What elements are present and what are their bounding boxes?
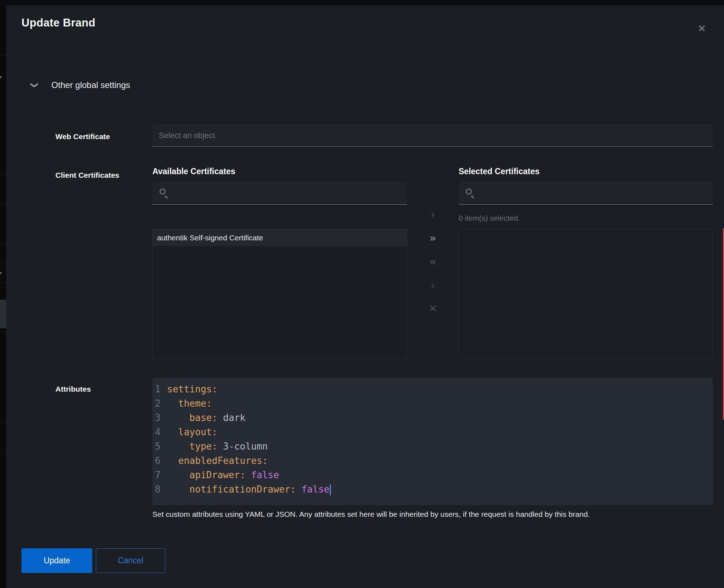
selected-count-status: 0 item(s) selected. — [459, 214, 520, 222]
row-divider — [0, 331, 6, 332]
code-line: 5 type: 3-column — [152, 439, 713, 454]
available-search-input[interactable] — [173, 181, 404, 204]
section-toggle-other-global-settings[interactable]: ❯ Other global settings — [31, 80, 130, 90]
close-icon[interactable]: ✕ — [694, 21, 710, 36]
code-line: 7 apiDrawer: false — [152, 468, 713, 482]
row-divider — [0, 244, 6, 244]
code-line: 3 base: dark — [152, 411, 713, 425]
attributes-code-editor[interactable]: 1 settings: 2 theme: 3 base: dark 4 layo… — [152, 378, 713, 505]
move-all-left-button[interactable]: « — [425, 254, 441, 270]
attributes-label: Attributes — [55, 385, 91, 393]
client-certificates-label: Client Certificates — [55, 171, 119, 180]
selected-certificates-header: Selected Certificates — [459, 167, 539, 176]
row-divider — [0, 283, 6, 283]
clear-selection-button[interactable]: ✕ — [425, 301, 441, 317]
row-divider — [0, 55, 6, 56]
code-line: 2 theme: — [152, 396, 713, 411]
selected-search-input[interactable] — [479, 181, 710, 204]
background-sidebar-strip: ✓ › › › › ✓ › — [0, 5, 6, 588]
available-certificates-header: Available Certificates — [152, 167, 235, 176]
move-selected-left-button[interactable]: ‹ — [425, 278, 441, 293]
move-all-right-button[interactable]: » — [425, 230, 441, 246]
row-divider — [0, 264, 6, 264]
modal-title: Update Brand — [21, 16, 96, 29]
search-icon — [160, 188, 166, 195]
text-cursor — [330, 485, 331, 495]
row-divider — [0, 204, 6, 204]
update-brand-modal: ✓ › › › › ✓ › Update Brand ✕ ❯ Other glo… — [0, 0, 724, 588]
code-line: 1 settings: — [152, 382, 713, 396]
background-check-icon: ✓ — [0, 270, 3, 278]
background-top-bar — [0, 0, 724, 5]
background-selected-row — [0, 300, 6, 328]
cancel-button[interactable]: Cancel — [96, 548, 165, 573]
code-line: 6 enabledFeatures: — [152, 454, 713, 468]
row-divider — [0, 423, 6, 423]
code-line: 4 layout: — [152, 425, 713, 439]
chevron-down-icon: ❯ — [30, 82, 39, 88]
update-button[interactable]: Update — [21, 548, 92, 573]
row-divider — [0, 224, 6, 224]
row-divider — [0, 174, 6, 175]
move-selected-right-button[interactable]: › — [425, 207, 441, 222]
selected-search — [459, 181, 713, 205]
attributes-help-text: Set custom attributes using YAML or JSON… — [152, 510, 696, 519]
available-certificates-list[interactable]: authentik Self-signed Certificate — [152, 229, 407, 359]
row-divider — [0, 450, 6, 450]
search-icon — [466, 188, 472, 195]
available-search — [152, 181, 407, 205]
code-line: 8 notificationDrawer: false — [152, 482, 713, 496]
section-label: Other global settings — [52, 80, 130, 90]
list-item[interactable]: authentik Self-signed Certificate — [153, 229, 407, 246]
selected-certificates-list[interactable] — [459, 229, 713, 359]
web-certificate-select[interactable] — [152, 124, 713, 147]
background-check-icon: ✓ — [0, 74, 3, 82]
web-certificate-label: Web Certificate — [55, 132, 110, 141]
